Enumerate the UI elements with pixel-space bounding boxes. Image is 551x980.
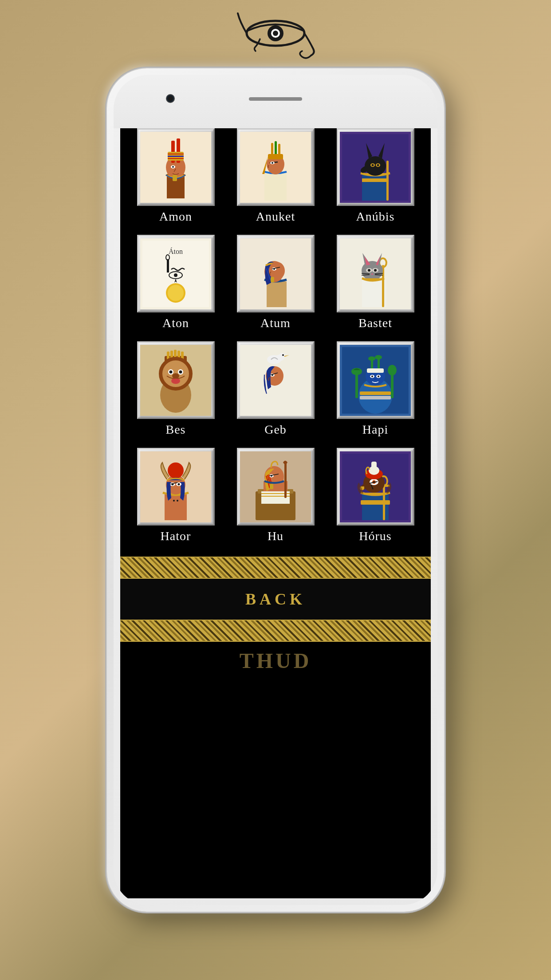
god-frame-atum: [237, 235, 315, 312]
god-frame-hapi: [337, 341, 414, 419]
svg-rect-146: [383, 484, 385, 520]
svg-text:Áton: Áton: [169, 247, 183, 255]
svg-point-120: [168, 462, 184, 478]
svg-rect-37: [386, 161, 389, 201]
svg-point-127: [177, 500, 178, 502]
god-cell-hator[interactable]: Hator: [129, 448, 222, 548]
god-cell-aton[interactable]: Áton: [129, 235, 222, 335]
knot-border-top: [120, 557, 431, 579]
svg-point-26: [272, 162, 273, 164]
svg-point-108: [375, 355, 382, 360]
svg-rect-100: [355, 374, 358, 398]
svg-point-52: [269, 262, 285, 280]
god-cell-atum[interactable]: Atum: [229, 235, 322, 335]
svg-point-103: [388, 365, 397, 375]
svg-rect-155: [371, 462, 377, 473]
back-button-area[interactable]: BACK: [120, 579, 431, 620]
screen: Amon: [120, 119, 431, 898]
svg-rect-142: [270, 484, 273, 489]
svg-point-43: [174, 273, 177, 277]
svg-point-30: [365, 156, 386, 176]
svg-point-3: [273, 31, 278, 36]
god-frame-anubis: [337, 128, 414, 206]
god-name-horus: Hórus: [359, 529, 391, 543]
svg-point-85: [169, 370, 173, 373]
god-cell-bastet[interactable]: Bastet: [329, 235, 422, 335]
god-cell-hu[interactable]: Hu: [229, 448, 322, 548]
god-name-amon: Amon: [159, 209, 192, 224]
svg-point-124: [178, 483, 180, 485]
svg-rect-145: [361, 500, 390, 505]
god-name-hator: Hator: [161, 529, 191, 543]
god-frame-aton: Áton: [137, 235, 215, 312]
svg-rect-116: [360, 396, 391, 399]
god-name-atum: Atum: [260, 316, 291, 330]
bottom-bar: BACK THUD: [120, 557, 431, 680]
svg-rect-115: [360, 391, 391, 395]
svg-line-71: [362, 275, 370, 275]
knot-border-bottom: [120, 620, 431, 642]
thud-area: THUD: [120, 642, 431, 680]
god-name-anubis: Anúbis: [356, 209, 395, 224]
god-cell-bes[interactable]: Bes: [129, 341, 222, 441]
god-frame-hu: [237, 448, 315, 526]
god-frame-horus: [337, 448, 414, 526]
god-frame-bes: [137, 341, 215, 419]
svg-rect-24: [268, 154, 283, 159]
thud-label: THUD: [240, 649, 312, 672]
god-name-bes: Bes: [166, 423, 186, 437]
god-name-hu: Hu: [268, 529, 283, 543]
god-frame-anuket: [237, 128, 315, 206]
svg-line-70: [362, 273, 370, 274]
back-button-label: BACK: [245, 590, 306, 608]
svg-point-87: [179, 370, 182, 373]
god-cell-anubis[interactable]: Anúbis: [329, 128, 422, 228]
svg-rect-47: [267, 281, 287, 307]
svg-rect-135: [284, 462, 287, 498]
god-name-anuket: Anuket: [256, 209, 295, 224]
svg-point-106: [368, 356, 375, 361]
god-cell-geb[interactable]: Geb: [229, 341, 322, 441]
svg-rect-28: [362, 174, 389, 201]
svg-point-45: [168, 285, 184, 301]
svg-point-14: [172, 166, 174, 168]
god-cell-hapi[interactable]: Hapi: [329, 341, 422, 441]
eye-of-ra-container: [231, 9, 320, 68]
svg-point-36: [377, 164, 379, 166]
svg-point-34: [372, 164, 374, 166]
speaker-icon: [249, 97, 302, 101]
god-cell-amon[interactable]: Amon: [129, 128, 222, 228]
svg-rect-109: [367, 368, 384, 373]
svg-rect-55: [271, 277, 274, 282]
svg-point-68: [374, 269, 377, 272]
svg-point-114: [374, 378, 377, 380]
phone-inner: Amon: [114, 75, 437, 905]
svg-line-72: [375, 273, 383, 274]
svg-rect-15: [173, 175, 177, 181]
god-name-geb: Geb: [264, 423, 287, 437]
camera-area: [114, 75, 437, 128]
svg-rect-102: [391, 374, 394, 398]
svg-rect-29: [362, 178, 389, 182]
svg-rect-40: [167, 259, 169, 273]
god-frame-bastet: [337, 235, 414, 312]
svg-point-125: [171, 497, 180, 506]
god-cell-anuket[interactable]: Anuket: [229, 128, 322, 228]
svg-point-66: [368, 269, 370, 272]
god-name-hapi: Hapi: [362, 423, 388, 437]
eye-of-ra-icon: [231, 9, 320, 67]
god-frame-geb: [237, 341, 315, 419]
god-cell-horus[interactable]: Hórus: [329, 448, 422, 548]
svg-point-93: [279, 353, 285, 359]
gods-grid: Amon: [120, 119, 431, 548]
god-frame-hator: [137, 448, 215, 526]
svg-point-113: [378, 375, 379, 377]
phone-outer: Amon: [107, 68, 444, 912]
svg-point-126: [173, 500, 175, 502]
svg-point-94: [282, 354, 284, 356]
god-name-bastet: Bastet: [358, 316, 392, 330]
svg-line-73: [375, 275, 383, 275]
front-camera-icon: [167, 95, 174, 102]
god-frame-amon: [137, 128, 215, 206]
svg-point-111: [371, 375, 373, 377]
